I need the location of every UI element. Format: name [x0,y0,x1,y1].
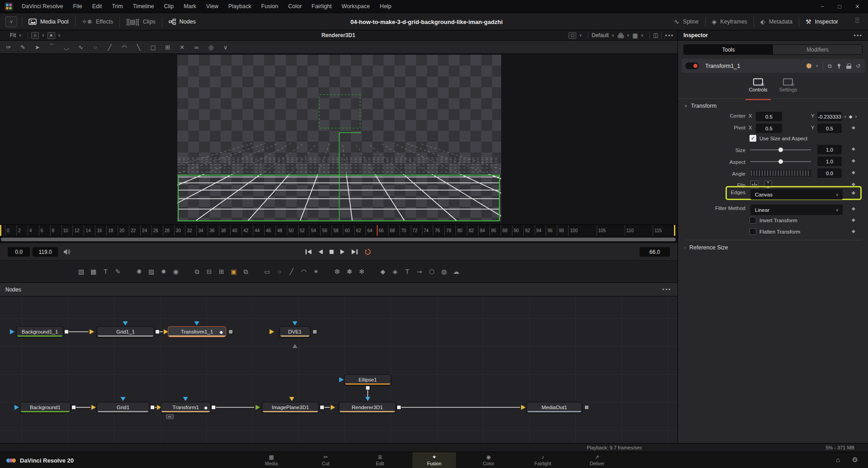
channel-button[interactable]: A [31,32,39,39]
minimize-button[interactable]: − [821,3,825,10]
view-mode-button[interactable]: ■ [47,32,55,39]
modify-point-icon[interactable]: ◡ [62,44,70,51]
tab-modifiers[interactable]: Modifiers [773,45,862,54]
subtab-controls[interactable]: ↻ Controls [749,76,768,98]
nodes-button[interactable]: Nodes [162,13,202,30]
node-ellipse1[interactable]: Ellipse1 [344,374,391,385]
transform-box-icon[interactable]: ⊞ [164,44,171,51]
reference-size-section-header[interactable]: › Reference Size [684,244,728,251]
prender-tool-icon[interactable]: ✻ [356,266,368,278]
subtab-settings[interactable]: ⚙ Settings [779,76,797,98]
range-start-marker[interactable] [0,225,1,236]
background-tool-icon[interactable]: ▧ [75,266,87,278]
range-end-marker[interactable] [674,225,675,236]
page-layout-button[interactable]: ∨ [5,16,17,27]
size-field[interactable]: 1.0 [817,145,842,154]
polyline-shape-icon[interactable]: ╲ [135,44,142,51]
media-pool-button[interactable]: Media Pool [22,13,75,30]
audio-mute-icon[interactable] [63,248,71,255]
clean-feed-button[interactable]: ⍐ [852,16,863,27]
keyframe-diamond-icon[interactable]: ◆ [852,146,855,151]
bender3d-tool-icon[interactable]: ⊸ [413,266,426,278]
page-tab-deliver[interactable]: ↗Deliver [575,452,619,468]
draw-polyline-icon[interactable]: ✎ [19,44,27,51]
close-button[interactable]: ✕ [855,3,860,10]
dissolve-tool-icon[interactable]: ⊟ [203,266,215,278]
fog3d-tool-icon[interactable]: ☁ [450,266,462,278]
node-imageplane3d1[interactable]: ImagePlane3D1 [262,402,319,413]
pin-icon[interactable] [836,63,842,69]
rectangle-mask-tool-icon[interactable]: ▭ [261,266,273,278]
zoom-mode-dropdown[interactable]: Fit [10,32,16,38]
viewer-canvas[interactable] [0,54,678,224]
stop-button[interactable] [329,249,334,254]
page-tab-color[interactable]: ◉Color [467,452,510,468]
ellipse-mask-tool-icon[interactable]: ○ [273,266,285,278]
angle-thumbwheel[interactable] [750,170,811,177]
page-tab-fairlight[interactable]: ♪Fairlight [521,452,564,468]
node-enable-toggle[interactable] [685,62,699,69]
project-settings-gear-icon[interactable]: ⚙ [852,456,858,464]
insert-point-icon[interactable]: ⌒ [48,43,56,51]
project-home-icon[interactable]: ⌂ [836,456,840,463]
delta-keyer-tool-icon[interactable]: ▣ [228,266,240,278]
reset-icon[interactable]: ↺ [856,63,860,69]
node-dve1[interactable]: DVE1 [280,326,310,337]
polygon-mask-tool-icon[interactable]: ╱ [285,266,298,278]
keyframe-diamond-icon[interactable]: ◆ [852,229,855,234]
center-y-field[interactable]: -0.233333 [817,112,842,121]
cube3d-tool-icon[interactable]: ⬡ [426,266,438,278]
node-mediaout1[interactable]: MediaOut1 [526,402,582,413]
fastnoise-tool-icon[interactable]: ▩ [87,266,100,278]
keyframes-button[interactable]: ◈Keyframes [706,13,754,30]
pmerge-tool-icon[interactable]: ✽ [343,266,356,278]
draw-bezier-icon[interactable]: ✑ [5,44,12,51]
go-to-end-button[interactable] [351,249,358,255]
angle-field[interactable]: 0.0 [817,168,842,178]
menu-fusion[interactable]: Fusion [256,3,283,10]
inspector-button[interactable]: ⚒Inspector [799,13,844,30]
keyframe-diamond-icon[interactable]: ◆ [852,217,855,222]
keyframe-diamond-icon[interactable]: ◆ [852,158,855,163]
page-tab-fusion[interactable]: ✦Fusion [413,452,456,468]
node-renderer3d1[interactable]: Renderer3D1 [339,402,396,413]
timeline-ruler[interactable]: 0246810121416182022242628303234363840424… [0,224,678,236]
range-start-field[interactable]: 0.0 [8,247,30,257]
text-plus-tool-icon[interactable]: T [100,266,112,278]
metadata-button[interactable]: ⬖Metadata [754,13,799,30]
menu-playback[interactable]: Playback [223,3,256,10]
menu-color[interactable]: Color [283,3,307,10]
node-grid1[interactable]: Grid1 [97,402,149,413]
play-reverse-button[interactable] [318,249,323,255]
range-end-field[interactable]: 119.0 [33,247,58,257]
spline-button[interactable]: ∿Spline [668,13,705,30]
filter-method-dropdown[interactable]: Linear ∨ [750,205,843,215]
keyframe-diamond-icon[interactable]: ◆ [852,170,855,175]
ultra-keyer-tool-icon[interactable]: ⧉ [240,266,252,278]
page-tab-media[interactable]: ▦Media [250,452,293,468]
playhead[interactable] [377,225,378,236]
matte-control-tool-icon[interactable]: ⊞ [215,266,228,278]
pivot-y-field[interactable]: 0.5 [817,124,842,133]
flatten-transform-checkbox[interactable] [749,228,756,235]
node-transform1_1[interactable]: Transform1_1◆ [168,326,226,337]
spheremap-tool-icon[interactable]: ◍ [438,266,450,278]
use-size-aspect-checkbox[interactable]: ✓ [749,135,756,142]
unlink-icon[interactable]: ∞ [193,44,200,51]
pemitter-tool-icon[interactable]: ❆ [331,266,343,278]
merge-tool-icon[interactable]: ⧉ [191,266,203,278]
dual-viewer-button[interactable]: ◫ [653,32,658,38]
instance-indicator[interactable]: •• [166,414,174,419]
node-graph[interactable]: Background1_1Grid1_1Transform1_1◆DVE1Ell… [0,296,678,443]
text3d-tool-icon[interactable]: T [401,266,413,278]
wand-mask-tool-icon[interactable]: ✶ [310,266,322,278]
keyframe-diamond-icon[interactable]: ◆ [852,125,855,130]
app-menu[interactable]: DaVinci Resolve [17,3,68,10]
pivot-x-field[interactable]: 0.5 [756,124,782,133]
roi-button[interactable]: ▢ [569,32,576,39]
transform-section-header[interactable]: ∨ Transform [684,103,716,109]
size-slider[interactable] [750,145,811,154]
menu-workspace[interactable]: Workspace [337,3,375,10]
node-transform1[interactable]: Transform1◆ [161,402,211,413]
smooth-curve-icon[interactable]: ∿ [77,44,85,51]
